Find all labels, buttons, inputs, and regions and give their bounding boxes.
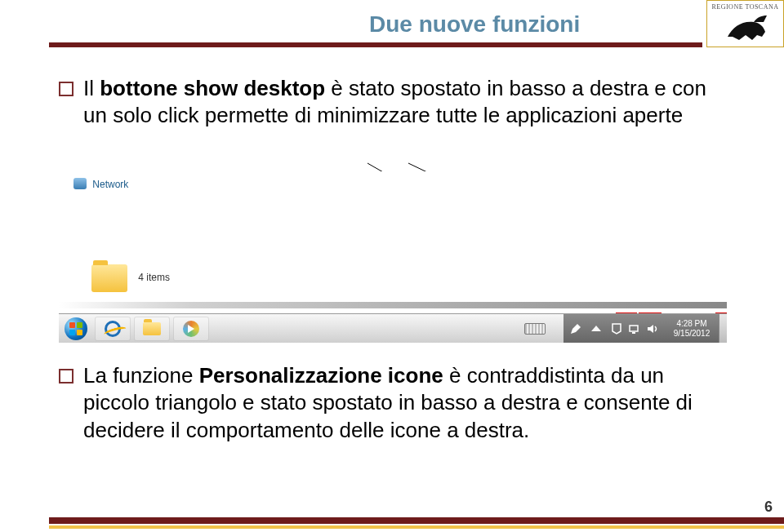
taskbar-explorer-button[interactable] (134, 317, 170, 341)
network-label: Network (92, 179, 128, 190)
windows-taskbar: 4:28 PM 9/15/2012 (59, 313, 727, 343)
show-desktop-button[interactable] (719, 314, 727, 343)
ie-icon (105, 321, 121, 337)
taskbar-clock[interactable]: 4:28 PM 9/15/2012 (665, 314, 719, 343)
clock-time: 4:28 PM (668, 319, 715, 329)
folder-icon (91, 264, 127, 292)
explorer-divider (59, 302, 727, 308)
page-number: 6 (764, 499, 773, 516)
footer (0, 512, 784, 532)
tray-dark-zone (564, 314, 665, 343)
clock-date: 9/15/2012 (668, 329, 715, 339)
start-button[interactable] (59, 314, 93, 344)
folder-status: 4 items (91, 264, 170, 292)
bullet-1: Il bottone show desktop è stato spostato… (59, 75, 719, 143)
tray-triangle-icon[interactable] (591, 326, 601, 331)
svg-rect-2 (69, 322, 75, 328)
page-title: Due nuove funzioni (369, 11, 580, 38)
pen-icon[interactable] (569, 322, 582, 335)
title-rule (49, 42, 702, 47)
media-player-icon (183, 321, 199, 337)
network-tray-icon[interactable] (628, 322, 641, 335)
footer-yellow-bar (49, 525, 784, 529)
bullet-1-text-pre: Il (83, 76, 100, 100)
bullet-2-text-pre: La funzione (83, 363, 199, 388)
volume-icon[interactable] (646, 322, 659, 335)
folder-count-label: 4 items (138, 272, 170, 283)
regione-toscana-logo: REGIONE TOSCANA (706, 0, 784, 47)
bullet-2-bold: Personalizzazione icone (199, 363, 443, 388)
windows-orb-icon (65, 317, 87, 340)
keyboard-icon[interactable] (524, 323, 546, 335)
explorer-icon (143, 322, 161, 335)
svg-rect-7 (632, 332, 635, 334)
bullet-2: La funzione Personalizzazione icone è co… (59, 362, 719, 457)
bullet-1-bold: bottone show desktop (100, 76, 325, 100)
footer-red-bar (49, 517, 784, 524)
svg-rect-5 (77, 330, 82, 335)
windows-screenshot: Network 4 items (59, 171, 727, 343)
taskbar-media-player-button[interactable] (173, 317, 209, 341)
svg-rect-3 (77, 322, 82, 328)
svg-rect-6 (630, 326, 638, 331)
network-icon (74, 178, 87, 189)
action-center-icon[interactable] (610, 322, 623, 335)
taskbar-ie-button[interactable] (95, 317, 131, 341)
taskbar-left (59, 314, 211, 343)
network-item: Network (74, 178, 128, 190)
pegasus-icon (721, 12, 770, 43)
logo-label: REGIONE TOSCANA (707, 3, 783, 11)
system-tray: 4:28 PM 9/15/2012 (524, 314, 727, 343)
svg-rect-4 (69, 330, 75, 335)
